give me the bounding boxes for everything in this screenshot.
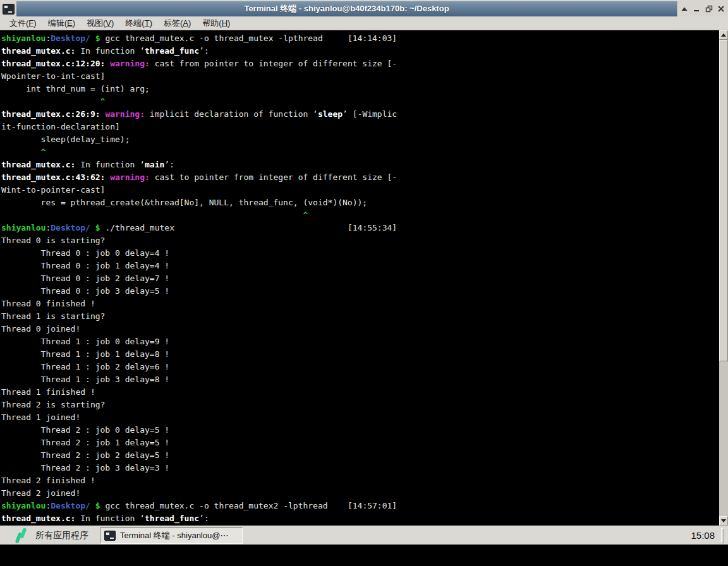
menubar: 文件(F)编辑(E)视图(V)终端(T)标签(A)帮助(H) xyxy=(0,16,728,30)
terminal-window: Terminal 终端 - shiyanlou@b40f234b170b: ~/… xyxy=(0,0,728,526)
titlebar-drag-area[interactable]: Terminal 终端 - shiyanlou@b40f234b170b: ~/… xyxy=(16,1,677,16)
all-apps-label: 所有应用程序 xyxy=(35,530,88,541)
shade-icon xyxy=(681,5,688,13)
terminal-line: thread_mutex.c: In function ‘main’: xyxy=(1,159,719,171)
terminal-line: Thread 1 : job 0 delay=9 ! xyxy=(1,335,719,348)
menu-item-view[interactable]: 视图(V) xyxy=(81,16,119,30)
menu-item-tabs[interactable]: 标签(A) xyxy=(158,16,197,30)
scrollbar-track[interactable] xyxy=(719,40,728,516)
arrow-down-icon xyxy=(721,519,726,522)
minimize-button[interactable] xyxy=(691,3,702,15)
taskbar-window-label: Terminal 终端 - shiyanlou@⋯ xyxy=(120,530,228,541)
terminal-line: ^ xyxy=(1,95,719,108)
shiyanlou-logo-icon xyxy=(13,527,29,544)
minimize-icon xyxy=(693,5,700,13)
terminal-line: Thread 2 : job 1 delay=5 ! xyxy=(1,437,719,449)
terminal-line: shiyanlou:Desktop/ $ gcc thread_mutex.c … xyxy=(1,500,719,512)
terminal-line: Thread 1 : job 2 delay=6 ! xyxy=(1,361,719,373)
menu-item-help[interactable]: 帮助(H) xyxy=(197,16,236,30)
window-controls xyxy=(677,1,728,16)
terminal-line: thread_mutex.c: In function ‘thread_func… xyxy=(1,512,719,525)
terminal-line: ^ xyxy=(1,146,719,159)
terminal-line: Thread 0 : job 2 delay=7 ! xyxy=(1,272,719,285)
terminal-line: shiyanlou:Desktop/ $ ./thread_mutex [14:… xyxy=(1,222,719,234)
screen: Terminal 终端 - shiyanlou@b40f234b170b: ~/… xyxy=(0,0,728,566)
terminal-line: res = pthread_create(&thread[No], NULL, … xyxy=(1,196,719,209)
scroll-down-button[interactable] xyxy=(719,516,728,526)
terminal-line: Wint-to-pointer-cast] xyxy=(1,184,719,196)
scroll-up-button[interactable] xyxy=(719,30,728,40)
taskbar-window-button[interactable]: Terminal 终端 - shiyanlou@⋯ xyxy=(100,527,243,544)
terminal-line: Thread 1 joined! xyxy=(1,411,719,424)
terminal-line: it-function-declaration] xyxy=(1,121,719,133)
terminal-line: Thread 2 is starting? xyxy=(1,399,719,411)
terminal-line: Thread 2 finished ! xyxy=(1,474,719,487)
terminal-screen[interactable]: shiyanlou:Desktop/ $ gcc thread_mutex.c … xyxy=(0,30,719,526)
window-title: Terminal 终端 - shiyanlou@b40f234b170b: ~/… xyxy=(244,3,449,15)
terminal-line: ^ xyxy=(1,209,719,222)
shade-button[interactable] xyxy=(679,3,690,15)
terminal-line: thread_mutex.c:43:62: warning: cast to p… xyxy=(1,171,719,184)
terminal-line: Thread 2 : job 2 delay=5 ! xyxy=(1,449,719,462)
terminal-icon xyxy=(3,4,15,15)
scrollbar-thumb[interactable] xyxy=(719,40,728,361)
menu-item-file[interactable]: 文件(F) xyxy=(4,16,42,30)
titlebar[interactable]: Terminal 终端 - shiyanlou@b40f234b170b: ~/… xyxy=(0,0,728,16)
desktop-below-panel xyxy=(0,545,728,566)
terminal-line: Thread 2 : job 3 delay=3 ! xyxy=(1,462,719,474)
terminal-line: int thrd_num = (int) arg; xyxy=(1,83,719,95)
terminal-line: Thread 0 : job 1 delay=4 ! xyxy=(1,260,719,272)
menu-item-edit[interactable]: 编辑(E) xyxy=(42,16,81,30)
terminal-line: Thread 0 : job 3 delay=5 ! xyxy=(1,285,719,298)
maximize-icon xyxy=(705,5,713,13)
terminal-line: Thread 0 is starting? xyxy=(1,234,719,247)
terminal-line: Thread 0 finished ! xyxy=(1,298,719,310)
panel-handle[interactable] xyxy=(721,528,724,543)
all-apps-button[interactable]: 所有应用程序 xyxy=(10,527,91,544)
scrollbar[interactable] xyxy=(719,30,728,526)
terminal-line: shiyanlou:Desktop/ $ gcc thread_mutex.c … xyxy=(1,32,719,45)
terminal-icon xyxy=(104,531,116,541)
terminal-line: thread_mutex.c:12:20: warning: cast from… xyxy=(1,57,719,70)
terminal-line: sleep(delay_time); xyxy=(1,133,719,146)
terminal-line: Thread 1 : job 3 delay=8 ! xyxy=(1,373,719,386)
arrow-up-icon xyxy=(721,33,726,37)
taskbar: 所有应用程序 Terminal 终端 - shiyanlou@⋯ 15:08 xyxy=(0,526,728,545)
terminal-line: Wpointer-to-int-cast] xyxy=(1,70,719,83)
terminal-area: shiyanlou:Desktop/ $ gcc thread_mutex.c … xyxy=(0,30,728,526)
menu-item-terminal[interactable]: 终端(T) xyxy=(119,16,158,30)
close-icon xyxy=(717,5,725,13)
terminal-line: Thread 1 finished ! xyxy=(1,386,719,399)
terminal-line: Thread 2 joined! xyxy=(1,487,719,500)
close-button[interactable] xyxy=(715,3,727,15)
terminal-line: Thread 0 joined! xyxy=(1,323,719,335)
terminal-line: Thread 2 : job 0 delay=5 ! xyxy=(1,424,719,437)
terminal-line: Thread 0 : job 0 delay=4 ! xyxy=(1,247,719,260)
taskbar-clock: 15:08 xyxy=(691,530,715,541)
terminal-line: Thread 1 : job 1 delay=8 ! xyxy=(1,348,719,361)
terminal-line: Thread 1 is starting? xyxy=(1,310,719,323)
terminal-line: thread_mutex.c: In function ‘thread_func… xyxy=(1,45,719,57)
terminal-line: thread_mutex.c:26:9: warning: implicit d… xyxy=(1,108,719,121)
maximize-button[interactable] xyxy=(703,3,715,15)
window-menu-button[interactable] xyxy=(0,1,16,16)
